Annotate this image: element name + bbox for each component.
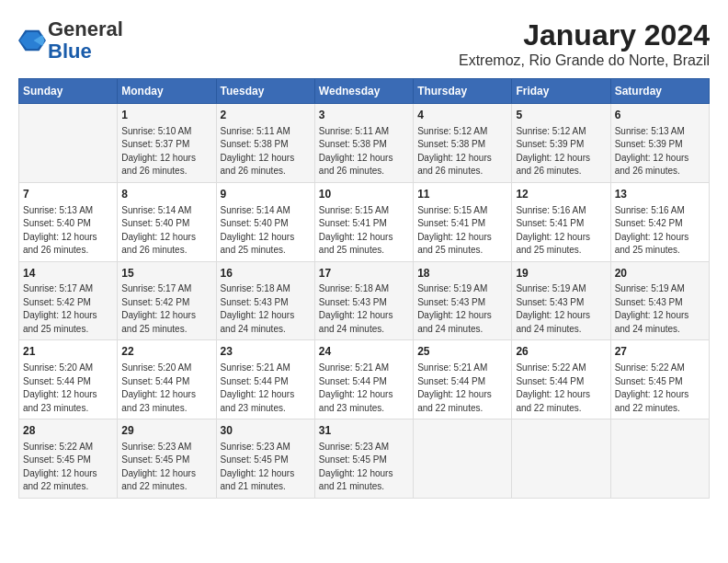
day-info: Sunrise: 5:23 AM Sunset: 5:45 PM Dayligh… [319,441,409,494]
day-number: 11 [417,187,507,202]
day-info: Sunrise: 5:19 AM Sunset: 5:43 PM Dayligh… [615,282,705,336]
day-info: Sunrise: 5:16 AM Sunset: 5:42 PM Dayligh… [615,204,705,258]
col-header-thursday: Thursday [414,79,512,104]
calendar-header-row: SundayMondayTuesdayWednesdayThursdayFrid… [19,79,710,104]
calendar-cell: 22Sunrise: 5:20 AM Sunset: 5:44 PM Dayli… [118,340,216,419]
day-number: 9 [221,187,311,202]
day-info: Sunrise: 5:21 AM Sunset: 5:44 PM Dayligh… [221,362,311,415]
calendar-cell: 31Sunrise: 5:23 AM Sunset: 5:45 PM Dayli… [314,419,413,499]
day-number: 30 [221,423,311,439]
calendar-cell: 18Sunrise: 5:19 AM Sunset: 5:43 PM Dayli… [414,261,512,340]
calendar-cell: 9Sunrise: 5:14 AM Sunset: 5:40 PM Daylig… [216,182,314,261]
calendar-cell: 6Sunrise: 5:13 AM Sunset: 5:39 PM Daylig… [610,104,709,183]
calendar-cell: 8Sunrise: 5:14 AM Sunset: 5:40 PM Daylig… [118,182,216,261]
calendar-cell: 1Sunrise: 5:10 AM Sunset: 5:37 PM Daylig… [118,104,216,183]
calendar-cell [19,104,118,183]
day-number: 20 [615,266,705,282]
day-number: 18 [417,266,507,282]
col-header-saturday: Saturday [610,79,709,104]
day-info: Sunrise: 5:12 AM Sunset: 5:38 PM Dayligh… [417,125,507,178]
day-info: Sunrise: 5:13 AM Sunset: 5:39 PM Dayligh… [615,125,705,178]
calendar-cell: 26Sunrise: 5:22 AM Sunset: 5:44 PM Dayli… [512,340,610,419]
calendar-cell: 25Sunrise: 5:21 AM Sunset: 5:44 PM Dayli… [414,340,512,419]
day-info: Sunrise: 5:15 AM Sunset: 5:41 PM Dayligh… [417,204,507,258]
logo-icon [18,27,46,54]
day-number: 2 [221,108,311,123]
day-number: 5 [516,108,606,123]
calendar-cell [610,419,709,499]
day-info: Sunrise: 5:20 AM Sunset: 5:44 PM Dayligh… [121,362,211,415]
day-number: 4 [417,108,507,123]
day-info: Sunrise: 5:16 AM Sunset: 5:41 PM Dayligh… [516,204,606,258]
day-info: Sunrise: 5:17 AM Sunset: 5:42 PM Dayligh… [121,282,211,336]
day-number: 14 [23,266,113,282]
day-info: Sunrise: 5:13 AM Sunset: 5:40 PM Dayligh… [23,204,113,258]
day-info: Sunrise: 5:17 AM Sunset: 5:42 PM Dayligh… [23,282,113,336]
calendar-week-row: 28Sunrise: 5:22 AM Sunset: 5:45 PM Dayli… [19,419,710,499]
calendar-table: SundayMondayTuesdayWednesdayThursdayFrid… [18,78,710,499]
calendar-cell: 28Sunrise: 5:22 AM Sunset: 5:45 PM Dayli… [19,419,118,499]
page-header: General Blue January 2024 Extremoz, Rio … [18,18,710,69]
day-info: Sunrise: 5:23 AM Sunset: 5:45 PM Dayligh… [221,441,311,494]
day-number: 10 [319,187,409,202]
day-info: Sunrise: 5:22 AM Sunset: 5:44 PM Dayligh… [516,362,606,415]
day-number: 19 [516,266,606,282]
calendar-cell: 24Sunrise: 5:21 AM Sunset: 5:44 PM Dayli… [314,340,413,419]
logo-text: General Blue [48,18,123,63]
calendar-cell: 7Sunrise: 5:13 AM Sunset: 5:40 PM Daylig… [19,182,118,261]
calendar-week-row: 1Sunrise: 5:10 AM Sunset: 5:37 PM Daylig… [19,104,710,183]
day-info: Sunrise: 5:15 AM Sunset: 5:41 PM Dayligh… [319,204,409,258]
calendar-cell: 23Sunrise: 5:21 AM Sunset: 5:44 PM Dayli… [216,340,314,419]
day-info: Sunrise: 5:18 AM Sunset: 5:43 PM Dayligh… [319,282,409,336]
calendar-week-row: 7Sunrise: 5:13 AM Sunset: 5:40 PM Daylig… [19,182,710,261]
day-number: 28 [23,423,113,439]
day-number: 29 [121,423,211,439]
day-info: Sunrise: 5:14 AM Sunset: 5:40 PM Dayligh… [221,204,311,258]
day-info: Sunrise: 5:19 AM Sunset: 5:43 PM Dayligh… [516,282,606,336]
day-number: 26 [516,344,606,360]
col-header-sunday: Sunday [19,79,118,104]
day-info: Sunrise: 5:21 AM Sunset: 5:44 PM Dayligh… [319,362,409,415]
day-info: Sunrise: 5:10 AM Sunset: 5:37 PM Dayligh… [121,125,211,178]
day-info: Sunrise: 5:21 AM Sunset: 5:44 PM Dayligh… [417,362,507,415]
day-number: 22 [121,344,211,360]
calendar-cell: 21Sunrise: 5:20 AM Sunset: 5:44 PM Dayli… [19,340,118,419]
page-title: January 2024 [459,18,710,52]
day-number: 6 [615,108,705,123]
col-header-monday: Monday [118,79,216,104]
day-info: Sunrise: 5:22 AM Sunset: 5:45 PM Dayligh… [23,441,113,494]
page-subtitle: Extremoz, Rio Grande do Norte, Brazil [459,52,710,69]
calendar-week-row: 21Sunrise: 5:20 AM Sunset: 5:44 PM Dayli… [19,340,710,419]
day-number: 24 [319,344,409,360]
calendar-cell: 12Sunrise: 5:16 AM Sunset: 5:41 PM Dayli… [512,182,610,261]
calendar-week-row: 14Sunrise: 5:17 AM Sunset: 5:42 PM Dayli… [19,261,710,340]
calendar-cell: 3Sunrise: 5:11 AM Sunset: 5:38 PM Daylig… [314,104,413,183]
day-number: 1 [121,108,211,123]
logo: General Blue [18,18,123,63]
calendar-cell: 29Sunrise: 5:23 AM Sunset: 5:45 PM Dayli… [118,419,216,499]
day-number: 17 [319,266,409,282]
calendar-cell: 14Sunrise: 5:17 AM Sunset: 5:42 PM Dayli… [19,261,118,340]
calendar-cell: 4Sunrise: 5:12 AM Sunset: 5:38 PM Daylig… [414,104,512,183]
day-number: 8 [121,187,211,202]
day-number: 3 [319,108,409,123]
calendar-cell: 11Sunrise: 5:15 AM Sunset: 5:41 PM Dayli… [414,182,512,261]
calendar-cell: 10Sunrise: 5:15 AM Sunset: 5:41 PM Dayli… [314,182,413,261]
day-info: Sunrise: 5:14 AM Sunset: 5:40 PM Dayligh… [121,204,211,258]
day-number: 23 [221,344,311,360]
col-header-friday: Friday [512,79,610,104]
calendar-cell: 19Sunrise: 5:19 AM Sunset: 5:43 PM Dayli… [512,261,610,340]
day-number: 12 [516,187,606,202]
day-number: 27 [615,344,705,360]
day-info: Sunrise: 5:11 AM Sunset: 5:38 PM Dayligh… [319,125,409,178]
day-info: Sunrise: 5:20 AM Sunset: 5:44 PM Dayligh… [23,362,113,415]
day-info: Sunrise: 5:11 AM Sunset: 5:38 PM Dayligh… [221,125,311,178]
day-number: 21 [23,344,113,360]
calendar-cell: 30Sunrise: 5:23 AM Sunset: 5:45 PM Dayli… [216,419,314,499]
calendar-cell: 13Sunrise: 5:16 AM Sunset: 5:42 PM Dayli… [610,182,709,261]
day-number: 25 [417,344,507,360]
day-info: Sunrise: 5:22 AM Sunset: 5:45 PM Dayligh… [615,362,705,415]
day-number: 7 [23,187,113,202]
calendar-cell: 15Sunrise: 5:17 AM Sunset: 5:42 PM Dayli… [118,261,216,340]
col-header-wednesday: Wednesday [314,79,413,104]
